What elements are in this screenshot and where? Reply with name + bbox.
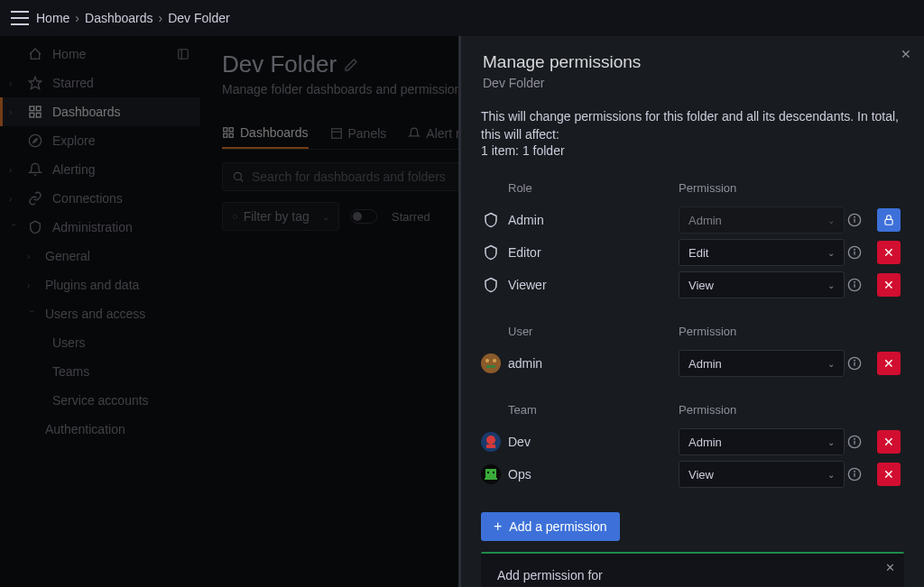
info-icon[interactable] <box>845 275 864 295</box>
roles-section: Role Permission Admin Admin⌄ Editor <box>481 181 904 301</box>
add-permission-button[interactable]: + Add a permission <box>481 512 620 541</box>
info-icon[interactable] <box>845 243 864 262</box>
permission-select[interactable]: Admin⌄ <box>679 350 845 377</box>
perm-row-role-viewer: Viewer View⌄ ✕ <box>481 269 904 301</box>
svg-point-47 <box>855 472 855 472</box>
svg-rect-0 <box>179 50 189 60</box>
col-permission: Permission <box>679 181 845 195</box>
warning-count: 1 item: 1 folder <box>481 143 904 158</box>
info-icon[interactable] <box>845 353 864 373</box>
filter-by-tag[interactable]: ○Filter by tag ⌄ <box>222 202 339 231</box>
sidebar-item-dashboards[interactable]: › Dashboards <box>0 97 200 126</box>
svg-rect-41 <box>485 469 496 478</box>
svg-rect-5 <box>30 113 34 117</box>
dashboard-icon <box>27 104 43 120</box>
permission-select: Admin⌄ <box>679 206 845 234</box>
starred-label: Starred <box>392 210 430 224</box>
info-icon[interactable] <box>845 464 864 484</box>
permission-select[interactable]: Admin⌄ <box>679 428 845 455</box>
breadcrumb-dashboards[interactable]: Dashboards <box>85 11 153 25</box>
svg-marker-8 <box>32 138 37 142</box>
svg-point-7 <box>29 134 41 146</box>
svg-rect-6 <box>36 113 41 117</box>
tab-dashboards[interactable]: Dashboards <box>222 118 309 149</box>
panel-icon <box>175 46 191 62</box>
sidebar-item-home[interactable]: Home <box>0 40 200 69</box>
remove-button[interactable]: ✕ <box>877 430 901 454</box>
permission-select[interactable]: Edit⌄ <box>679 239 845 266</box>
shield-icon <box>27 219 43 235</box>
perm-row-team-ops: Ops View⌄ ✕ <box>481 458 904 491</box>
star-icon <box>27 75 43 91</box>
sidebar-item-general[interactable]: ›General <box>0 242 200 271</box>
bell-icon <box>27 161 43 178</box>
shield-icon <box>481 275 501 295</box>
svg-line-16 <box>240 179 243 181</box>
add-permission-title: Add permission for <box>497 568 888 582</box>
svg-rect-9 <box>224 128 227 132</box>
bell-icon <box>408 127 420 140</box>
svg-rect-36 <box>486 445 495 448</box>
plus-icon: + <box>494 519 502 534</box>
col-user: User <box>508 325 679 338</box>
perm-row-user-admin: admin Admin⌄ ✕ <box>481 347 904 380</box>
info-icon[interactable] <box>845 432 864 452</box>
lock-button <box>877 208 901 232</box>
home-icon <box>27 46 43 62</box>
svg-rect-13 <box>331 129 341 139</box>
col-permission: Permission <box>679 403 845 417</box>
sidebar-item-authentication[interactable]: Authentication <box>0 415 200 444</box>
sidebar-item-users[interactable]: Users <box>0 328 200 357</box>
sidebar-item-users-access[interactable]: ›Users and access <box>0 299 200 328</box>
svg-point-39 <box>855 439 855 440</box>
avatar <box>481 464 501 484</box>
remove-button[interactable]: ✕ <box>877 352 901 375</box>
sidebar-item-connections[interactable]: › Connections <box>0 184 200 213</box>
close-button[interactable]: ✕ <box>885 561 895 574</box>
chevron-down-icon: ⌄ <box>322 212 329 222</box>
perm-row-team-dev: Dev Admin⌄ ✕ <box>481 426 904 458</box>
sidebar-item-alerting[interactable]: › Alerting <box>0 155 200 184</box>
permission-select[interactable]: View⌄ <box>679 461 845 488</box>
svg-rect-27 <box>481 353 501 373</box>
menu-toggle-button[interactable] <box>11 11 29 25</box>
permission-select[interactable]: View⌄ <box>679 271 845 298</box>
perm-row-role-admin: Admin Admin⌄ <box>481 204 904 236</box>
col-role: Role <box>508 181 679 195</box>
svg-rect-11 <box>224 133 227 137</box>
avatar <box>481 353 501 373</box>
starred-toggle[interactable] <box>350 209 377 224</box>
sidebar-item-administration[interactable]: › Administration <box>0 213 200 242</box>
dashboard-icon <box>222 126 235 139</box>
sidebar-item-service-accounts[interactable]: Service accounts <box>0 386 200 415</box>
svg-rect-12 <box>229 133 233 137</box>
permissions-drawer: Manage permissions Dev Folder ✕ This wil… <box>458 36 924 587</box>
svg-point-19 <box>855 217 855 218</box>
svg-point-26 <box>855 282 855 283</box>
compass-icon <box>27 133 43 149</box>
remove-button[interactable]: ✕ <box>877 463 901 486</box>
panel-icon <box>330 127 343 140</box>
topbar: Home › Dashboards › Dev Folder <box>0 0 924 36</box>
avatar <box>481 432 501 452</box>
link-icon <box>27 190 43 206</box>
col-team: Team <box>508 403 679 417</box>
sidebar-item-explore[interactable]: Explore <box>0 126 200 155</box>
remove-button[interactable]: ✕ <box>877 273 901 297</box>
sidebar-item-teams[interactable]: Teams <box>0 357 200 386</box>
svg-point-23 <box>855 250 855 251</box>
remove-button[interactable]: ✕ <box>877 241 901 264</box>
svg-rect-20 <box>885 220 892 225</box>
sidebar-item-starred[interactable]: › Starred <box>0 69 200 97</box>
breadcrumb-home[interactable]: Home <box>36 11 69 25</box>
svg-rect-42 <box>487 472 489 473</box>
teams-section: Team Permission Dev Admin⌄ ✕ Ops <box>481 403 904 491</box>
info-icon[interactable] <box>845 210 864 230</box>
edit-icon[interactable] <box>344 58 358 72</box>
close-button[interactable]: ✕ <box>901 47 911 61</box>
svg-rect-43 <box>493 472 494 473</box>
sidebar-item-plugins[interactable]: ›Plugins and data <box>0 271 200 299</box>
tab-panels[interactable]: Panels <box>330 118 387 149</box>
svg-point-35 <box>486 436 495 445</box>
add-permission-panel: ✕ Add permission for Team⌄ Dev⌄ View⌄ Sa… <box>481 552 904 587</box>
